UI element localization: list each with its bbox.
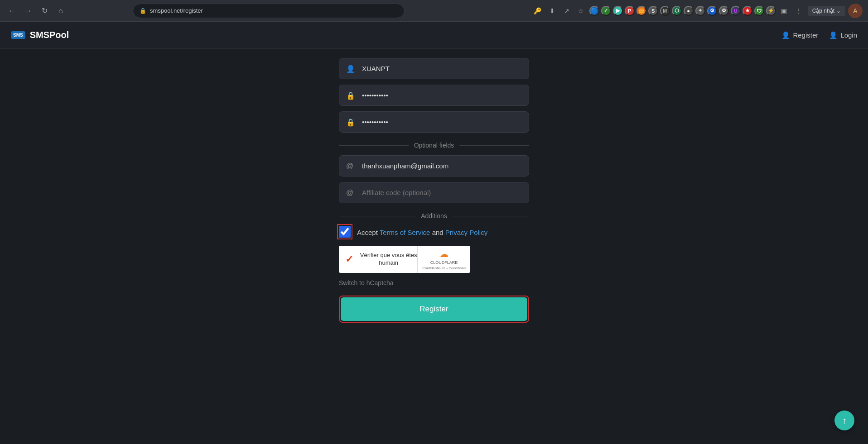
update-button[interactable]: Cập nhật ⌄ — [808, 6, 845, 16]
ext-crown[interactable]: 👑 — [637, 6, 646, 16]
menu-btn[interactable]: ⋮ — [792, 5, 805, 17]
captcha-box[interactable]: ✓ Vérifier que vous êtes humain ☁ CLOUDF… — [339, 246, 470, 273]
password-wrapper: 🔒 — [339, 85, 529, 106]
username-input[interactable] — [339, 58, 529, 79]
cloudflare-subtext: Confidentialité • Conditions — [422, 266, 466, 270]
affiliate-input[interactable] — [339, 182, 529, 203]
ext-check[interactable]: ✓ — [601, 6, 611, 16]
cloudflare-text: CLOUDFLARE — [430, 260, 458, 266]
captcha-checkmark: ✓ — [345, 253, 353, 265]
back-button[interactable]: ← — [5, 5, 18, 17]
update-chevron: ⌄ — [836, 8, 841, 14]
email-group: @ — [339, 155, 529, 177]
share-btn[interactable]: ↗ — [560, 5, 573, 17]
register-form: 👤 🔒 🔒 Optional fields — [339, 49, 529, 426]
ext-star2[interactable]: ✦ — [695, 6, 705, 16]
profile-btn[interactable]: 🔑 — [531, 5, 544, 17]
confirm-password-input[interactable] — [339, 111, 529, 133]
extension-icons: 🔑 ⬇ ↗ ☆ 🔵 ✓ ▶ P 👑 S M ⬡ ● ✦ ⚙ ⚙ U ★ 🛡 ⚡ … — [531, 5, 805, 17]
divider-line-left — [339, 145, 409, 146]
download-btn[interactable]: ⬇ — [546, 5, 559, 17]
app-header: SMS SMSPool 👤 Register 👤 Login — [0, 22, 868, 49]
confirm-password-group: 🔒 — [339, 111, 529, 133]
lock-icon: 🔒 — [140, 8, 146, 14]
address-bar[interactable]: 🔒 smspool.net/register — [133, 4, 405, 18]
nav-register[interactable]: 👤 Register — [781, 31, 818, 39]
email-icon: @ — [346, 162, 353, 170]
ext-play[interactable]: ▶ — [613, 6, 623, 16]
header-nav: 👤 Register 👤 Login — [781, 31, 857, 39]
terms-checkbox-wrapper — [339, 226, 352, 239]
bookmark-btn[interactable]: ☆ — [575, 5, 588, 17]
affiliate-group: @ — [339, 182, 529, 203]
username-wrapper: 👤 — [339, 58, 529, 79]
switch-captcha-label: Switch to hCaptcha — [339, 279, 394, 286]
scroll-top-button[interactable]: ↑ — [834, 411, 854, 430]
additions-divider: Additions — [339, 212, 529, 220]
logo-text: SMSPool — [30, 30, 69, 40]
nav-login[interactable]: 👤 Login — [829, 31, 857, 39]
ext-puzzle[interactable]: ⚡ — [766, 6, 776, 16]
browser-chrome: ← → ↻ ⌂ 🔒 smspool.net/register 🔑 ⬇ ↗ ☆ 🔵… — [0, 0, 868, 22]
register-button-label: Register — [420, 305, 448, 313]
update-label: Cập nhật — [812, 8, 834, 14]
additions-line-right — [453, 216, 529, 216]
divider-line-right — [459, 145, 529, 146]
user-profile-btn[interactable]: A — [848, 4, 863, 18]
ext-gear1[interactable]: ⚙ — [707, 6, 717, 16]
ext-hex[interactable]: ⬡ — [672, 6, 682, 16]
ext-translate[interactable]: 🔵 — [589, 6, 599, 16]
optional-divider: Optional fields — [339, 142, 529, 149]
terms-of-service-link[interactable]: Terms of Service — [380, 229, 430, 236]
ext-red-star[interactable]: ★ — [743, 6, 752, 16]
logo-area: SMS SMSPool — [11, 30, 69, 40]
sidebar-btn[interactable]: ▣ — [778, 5, 791, 17]
reload-button[interactable]: ↻ — [38, 5, 51, 17]
password-group: 🔒 — [339, 85, 529, 106]
confirm-password-icon: 🔒 — [346, 118, 355, 126]
terms-before: Accept — [357, 229, 380, 236]
affiliate-icon: @ — [346, 189, 353, 197]
ext-pinterest[interactable]: P — [625, 6, 635, 16]
main-content: 👤 🔒 🔒 Optional fields — [0, 49, 868, 444]
login-label: Login — [840, 31, 857, 39]
affiliate-wrapper: @ — [339, 182, 529, 203]
browser-nav: ← → ↻ ⌂ — [5, 5, 67, 17]
ext-shield[interactable]: 🛡 — [754, 6, 764, 16]
register-button[interactable]: Register — [341, 297, 527, 321]
terms-text: Accept Terms of Service and Privacy Poli… — [357, 229, 487, 236]
login-icon: 👤 — [829, 31, 838, 39]
browser-actions: 🔑 ⬇ ↗ ☆ 🔵 ✓ ▶ P 👑 S M ⬡ ● ✦ ⚙ ⚙ U ★ 🛡 ⚡ … — [531, 4, 863, 18]
email-input[interactable] — [339, 155, 529, 177]
terms-checkbox[interactable] — [339, 226, 351, 238]
switch-captcha-link[interactable]: Switch to hCaptcha — [339, 279, 529, 286]
captcha-label: Vérifier que vous êtes humain — [360, 252, 417, 266]
terms-middle: and — [430, 229, 445, 236]
register-button-wrapper: Register — [339, 296, 529, 323]
optional-label: Optional fields — [414, 142, 454, 149]
register-icon: 👤 — [781, 31, 790, 39]
username-group: 👤 — [339, 58, 529, 79]
ext-gear2[interactable]: ⚙ — [719, 6, 729, 16]
home-button[interactable]: ⌂ — [54, 5, 67, 17]
cloudflare-logo: ☁ CLOUDFLARE Confidentialité • Condition… — [417, 246, 470, 273]
logo-badge: SMS — [11, 31, 25, 39]
privacy-policy-link[interactable]: Privacy Policy — [445, 229, 487, 236]
terms-row: Accept Terms of Service and Privacy Poli… — [339, 226, 529, 239]
ext-m[interactable]: M — [660, 6, 670, 16]
ext-dot[interactable]: ● — [684, 6, 694, 16]
user-icon: 👤 — [346, 64, 355, 73]
email-wrapper: @ — [339, 155, 529, 177]
ext-s[interactable]: S — [648, 6, 658, 16]
captcha-text: Vérifier que vous êtes humain — [360, 252, 417, 267]
cloudflare-cloud-icon: ☁ — [439, 248, 448, 259]
forward-button[interactable]: → — [22, 5, 34, 17]
password-input[interactable] — [339, 85, 529, 106]
ext-u[interactable]: U — [731, 6, 741, 16]
confirm-password-wrapper: 🔒 — [339, 111, 529, 133]
additions-label: Additions — [421, 212, 447, 220]
register-label: Register — [793, 31, 818, 39]
scroll-top-icon: ↑ — [842, 415, 847, 426]
additions-line-left — [339, 216, 415, 216]
password-icon: 🔒 — [346, 91, 355, 100]
